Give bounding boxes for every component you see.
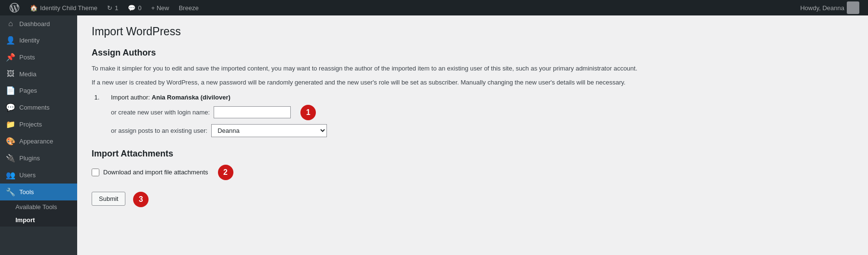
breeze-label: Breeze: [179, 4, 199, 12]
sidebar-item-label: Users: [19, 171, 36, 179]
assign-user-row: or assign posts to an existing user: Dea…: [111, 124, 854, 137]
import-attachments-section: Import Attachments Download and import f…: [92, 149, 854, 180]
sidebar-item-label: Posts: [19, 54, 35, 61]
breeze-button[interactable]: Breeze: [174, 0, 203, 15]
assign-user-label: or assign posts to an existing user:: [111, 127, 207, 134]
admin-bar: 🏠 Identity Child Theme ↻ 1 💬 0 + New Bre…: [0, 0, 868, 15]
download-attachments-checkbox[interactable]: [92, 169, 99, 176]
sidebar-item-posts[interactable]: 📌 Posts: [0, 49, 77, 66]
author-list: Import author: Ania Romańska (divilover)…: [92, 94, 854, 137]
sidebar-item-media[interactable]: 🖼 Media: [0, 66, 77, 82]
new-label: + New: [151, 4, 169, 12]
pages-icon: 📄: [6, 86, 15, 95]
submit-button[interactable]: Submit: [92, 192, 125, 206]
import-author-prefix: Import author:: [111, 94, 150, 101]
comments-icon: 💬: [128, 4, 136, 12]
assign-authors-desc1: To make it simpler for you to edit and s…: [92, 64, 854, 74]
sidebar-item-label: Tools: [19, 188, 34, 196]
comments-menu-icon: 💬: [6, 103, 15, 112]
updates-count: 1: [115, 4, 118, 12]
appearance-icon: 🎨: [6, 137, 15, 146]
updates-button[interactable]: ↻ 1: [102, 0, 123, 15]
howdy-button[interactable]: Howdy, Deanna: [795, 0, 864, 15]
create-user-label: or create new user with login name:: [111, 109, 210, 116]
sidebar-item-pages[interactable]: 📄 Pages: [0, 82, 77, 99]
sidebar-item-projects[interactable]: 📁 Projects: [0, 116, 77, 133]
posts-icon: 📌: [6, 53, 15, 62]
tools-icon: 🔧: [6, 187, 15, 197]
create-user-input[interactable]: [214, 106, 291, 118]
sidebar-item-comments[interactable]: 💬 Comments: [0, 99, 77, 116]
updates-icon: ↻: [107, 4, 112, 12]
sidebar-item-label: Identity: [19, 37, 40, 44]
import-label: Import: [15, 216, 35, 224]
sidebar-item-users[interactable]: 👥 Users: [0, 167, 77, 184]
sidebar-item-label: Pages: [19, 87, 37, 94]
site-name-label: Identity Child Theme: [40, 4, 97, 12]
attachments-checkbox-row: Download and import file attachments 2: [92, 165, 854, 180]
page-title: Import WordPress: [92, 25, 854, 38]
sidebar: ⌂ Dashboard 👤 Identity 📌 Posts 🖼 Media 📄…: [0, 15, 77, 255]
import-author-name: Ania Romańska (divilover): [152, 94, 231, 101]
sidebar-submenu-available-tools[interactable]: Available Tools: [0, 200, 77, 213]
comments-button[interactable]: 💬 0: [123, 0, 146, 15]
sidebar-item-label: Media: [19, 71, 36, 78]
howdy-label: Howdy, Deanna: [800, 4, 844, 12]
sidebar-item-identity[interactable]: 👤 Identity: [0, 32, 77, 49]
sidebar-item-plugins[interactable]: 🔌 Plugins: [0, 150, 77, 167]
import-author-label: Import author: Ania Romańska (divilover): [111, 94, 854, 101]
new-content-button[interactable]: + New: [146, 0, 174, 15]
sidebar-item-label: Plugins: [19, 155, 40, 162]
assign-authors-title: Assign Authors: [92, 48, 854, 58]
site-name-button[interactable]: 🏠 Identity Child Theme: [25, 0, 102, 15]
attachments-label: Download and import file attachments: [103, 169, 208, 176]
author-item: Import author: Ania Romańska (divilover)…: [111, 94, 854, 137]
wp-logo-button[interactable]: [4, 0, 25, 15]
comments-count: 0: [138, 4, 141, 12]
assign-authors-desc2: If a new user is created by WordPress, a…: [92, 78, 854, 88]
users-icon: 👥: [6, 170, 15, 180]
plugins-icon: 🔌: [6, 154, 15, 163]
avatar: [847, 1, 859, 14]
assign-user-select[interactable]: Deanna: [211, 124, 327, 137]
available-tools-label: Available Tools: [15, 203, 57, 211]
sidebar-item-label: Appearance: [19, 138, 53, 145]
sidebar-item-label: Dashboard: [19, 20, 50, 28]
media-icon: 🖼: [6, 70, 15, 78]
sidebar-item-appearance[interactable]: 🎨 Appearance: [0, 133, 77, 150]
adminbar-right: Howdy, Deanna: [795, 0, 864, 15]
dashboard-icon: ⌂: [6, 19, 15, 28]
assign-authors-section: Assign Authors To make it simpler for yo…: [92, 48, 854, 137]
sidebar-item-tools[interactable]: 🔧 Tools: [0, 184, 77, 200]
submit-section: Submit 3: [92, 192, 854, 207]
create-user-row: or create new user with login name: 1: [111, 105, 854, 120]
sidebar-item-label: Projects: [19, 121, 42, 128]
attachments-title: Import Attachments: [92, 149, 854, 159]
author-list-item: Import author: Ania Romańska (divilover)…: [101, 94, 854, 137]
sidebar-item-dashboard[interactable]: ⌂ Dashboard: [0, 15, 77, 32]
projects-icon: 📁: [6, 120, 15, 129]
identity-icon: 👤: [6, 36, 15, 45]
callout-badge-2: 2: [218, 165, 233, 180]
home-icon: 🏠: [30, 4, 38, 12]
sidebar-item-label: Comments: [19, 104, 50, 111]
main-content: Import WordPress Assign Authors To make …: [77, 15, 868, 255]
sidebar-submenu-import[interactable]: Import: [0, 213, 77, 227]
callout-badge-3: 3: [133, 192, 149, 207]
callout-badge-1: 1: [300, 105, 316, 120]
adminbar-left: 🏠 Identity Child Theme ↻ 1 💬 0 + New Bre…: [4, 0, 795, 15]
